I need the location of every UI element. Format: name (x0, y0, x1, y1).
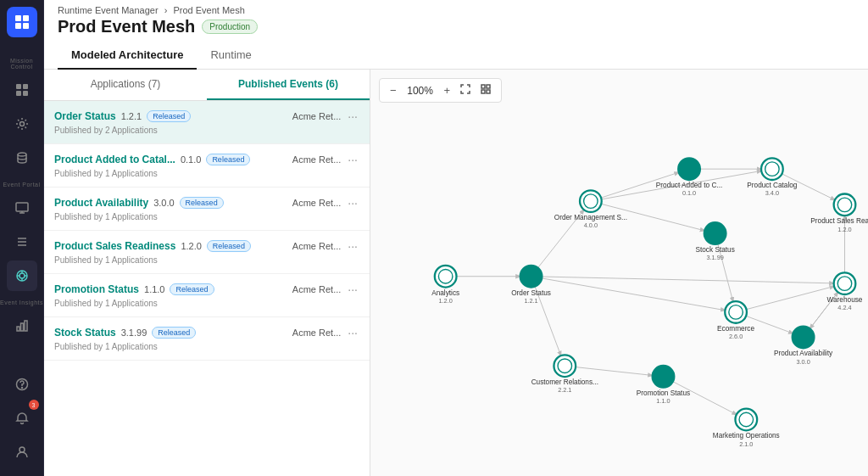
panel-tabs: Applications (7) Published Events (6) (44, 70, 370, 101)
svg-point-34 (520, 266, 542, 288)
graph-edge (746, 286, 834, 309)
svg-text:Product Sales Read...: Product Sales Read... (810, 217, 868, 225)
event-sub: Published by 1 Applications (54, 299, 359, 308)
svg-rect-20 (17, 327, 19, 331)
event-owner: Acme Ret... (292, 154, 341, 165)
event-sub: Published by 1 Applications (54, 342, 359, 351)
settings-nav-icon[interactable] (7, 109, 37, 139)
event-menu-button[interactable]: ··· (346, 283, 359, 296)
app-logo[interactable] (7, 7, 37, 37)
event-owner: Acme Ret... (292, 241, 341, 251)
event-released-badge: Released (180, 197, 224, 209)
graph-node[interactable]: Order Status1.2.1 (511, 266, 551, 305)
event-owner: Acme Ret... (292, 198, 341, 208)
svg-rect-6 (16, 91, 21, 96)
event-portal-label: Event Portal (3, 182, 40, 188)
event-name: Order Status (54, 110, 116, 122)
svg-text:Warehouse: Warehouse (827, 296, 863, 304)
event-item[interactable]: Promotion Status 1.1.0 Released Acme Ret… (44, 274, 370, 317)
svg-text:Stock Status: Stock Status (695, 246, 734, 254)
svg-rect-27 (487, 85, 490, 88)
graph-node[interactable]: Stock Status3.1.99 (695, 222, 734, 261)
dashboard-nav-icon[interactable] (7, 75, 37, 105)
event-item[interactable]: Product Availability 3.0.0 Released Acme… (44, 188, 370, 231)
graph-edge (542, 278, 725, 311)
data-nav-icon[interactable] (7, 143, 37, 173)
main-content: Runtime Event Manager › Prod Event Mesh … (44, 0, 868, 476)
svg-point-73 (735, 409, 757, 431)
svg-text:Order Management S...: Order Management S... (554, 214, 627, 221)
graph-node[interactable]: Warehouse4.2.4 (827, 272, 863, 311)
event-menu-button[interactable]: ··· (346, 153, 359, 166)
help-nav-icon[interactable] (7, 369, 37, 400)
event-name: Product Availability (54, 197, 148, 209)
event-released-badge: Released (207, 240, 251, 252)
svg-rect-28 (481, 90, 485, 93)
graph-node[interactable]: Customer Relations...2.2.1 (531, 355, 598, 394)
monitor-nav-icon[interactable] (7, 193, 37, 223)
event-version: 1.1.0 (144, 284, 164, 294)
event-item[interactable]: Product Added to Catal... 0.1.0 Released… (44, 144, 370, 188)
zoom-out-button[interactable]: − (387, 82, 400, 98)
event-sub: Published by 2 Applications (54, 126, 359, 135)
event-owner: Acme Ret... (292, 284, 341, 294)
event-item[interactable]: Stock Status 3.1.99 Released Acme Ret...… (44, 317, 370, 361)
svg-text:4.0.0: 4.0.0 (584, 221, 598, 229)
user-nav-icon[interactable] (7, 437, 37, 468)
svg-point-66 (554, 355, 576, 377)
mission-control-label: Mission Control (0, 58, 43, 70)
insights-nav-icon[interactable] (7, 311, 37, 341)
event-sub: Published by 1 Applications (54, 212, 359, 221)
graph-node[interactable]: Product Added to C...0.1.0 (656, 158, 722, 197)
production-badge: Production (202, 20, 258, 34)
event-item[interactable]: Product Sales Readiness 1.2.0 Released A… (44, 231, 370, 274)
svg-text:2.6.0: 2.6.0 (729, 333, 743, 340)
graph-node[interactable]: Marketing Operations2.1.0 (713, 409, 780, 448)
tab-applications[interactable]: Applications (7) (44, 70, 207, 100)
svg-point-55 (725, 301, 747, 323)
page-title: Prod Event Mesh (58, 17, 195, 36)
svg-point-30 (435, 266, 457, 288)
svg-text:Promotion Status: Promotion Status (637, 389, 690, 397)
graph-node[interactable]: Product Availability3.0.0 (774, 327, 833, 366)
svg-text:Product Availability: Product Availability (774, 350, 833, 357)
event-menu-button[interactable]: ··· (346, 239, 359, 253)
svg-text:Analytics: Analytics (431, 289, 459, 297)
event-menu-button[interactable]: ··· (346, 196, 359, 210)
svg-text:1.2.0: 1.2.0 (439, 297, 453, 305)
notification-badge: 3 (29, 400, 39, 410)
list-nav-icon[interactable] (7, 227, 37, 257)
content-area: Applications (7) Published Events (6) Or… (44, 70, 868, 476)
svg-text:4.2.4: 4.2.4 (837, 304, 851, 311)
event-name: Product Sales Readiness (54, 240, 175, 252)
zoom-in-button[interactable]: + (441, 82, 454, 98)
event-menu-button[interactable]: ··· (346, 109, 359, 123)
tab-runtime[interactable]: Runtime (197, 42, 264, 70)
events-list: Order Status 1.2.1 Released Acme Ret... … (44, 101, 370, 476)
graph-node[interactable]: Ecommerce2.6.0 (717, 301, 754, 340)
event-item[interactable]: Order Status 1.2.1 Released Acme Ret... … (44, 101, 370, 144)
graph-node[interactable]: Promotion Status1.1.0 (637, 366, 690, 405)
event-menu-button[interactable]: ··· (346, 326, 359, 339)
graph-node[interactable]: Product Sales Read...1.2.0 (810, 193, 868, 232)
svg-point-44 (761, 158, 783, 180)
fit-view-button[interactable] (457, 82, 474, 98)
graph-nav-icon[interactable] (7, 260, 37, 291)
graph-edge (542, 277, 833, 283)
graph-node[interactable]: Order Management S...4.0.0 (554, 190, 627, 229)
svg-rect-3 (23, 23, 29, 29)
event-released-badge: Released (170, 283, 214, 295)
breadcrumb-root[interactable]: Runtime Event Manager (58, 5, 159, 15)
svg-point-52 (704, 222, 726, 244)
svg-text:Product Catalog: Product Catalog (747, 182, 798, 189)
graph-node[interactable]: Analytics1.2.0 (431, 266, 459, 305)
grid-view-button[interactable] (477, 82, 494, 98)
nav-bottom-section: 3 (7, 367, 37, 469)
graph-edge (576, 367, 653, 376)
svg-rect-1 (23, 15, 29, 21)
svg-text:Ecommerce: Ecommerce (717, 325, 754, 333)
tab-modeled-architecture[interactable]: Modeled Architecture (58, 42, 197, 70)
tab-published-events[interactable]: Published Events (6) (207, 70, 370, 100)
notifications-nav-wrap: 3 (7, 401, 37, 435)
svg-text:2.1.0: 2.1.0 (739, 440, 753, 448)
